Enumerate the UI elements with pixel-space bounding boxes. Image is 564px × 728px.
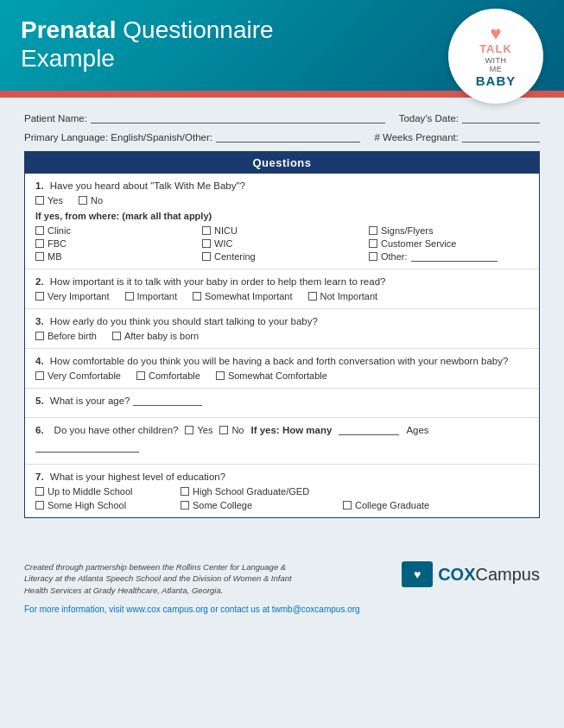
q3-text: 3. How early do you think you should sta… xyxy=(35,316,529,326)
q4-comfortable[interactable]: Comfortable xyxy=(136,370,200,381)
q1-signs-label: Signs/Flyers xyxy=(381,225,434,236)
q6-label: Do you have other children? xyxy=(54,425,179,435)
q7-some-hs[interactable]: Some High School xyxy=(35,500,174,510)
logo-baby: BABY xyxy=(476,73,516,88)
q1-fbc-box[interactable] xyxy=(35,239,44,248)
q6-howmany-line xyxy=(339,425,399,435)
header-title-regular: Questionnaire xyxy=(117,16,274,43)
q1-clinic-label: Clinic xyxy=(48,225,71,236)
q2-not-important[interactable]: Not Important xyxy=(308,291,378,301)
q1-other-box[interactable] xyxy=(369,252,377,261)
q1-mb-label: MB xyxy=(48,251,62,262)
q2-si-box[interactable] xyxy=(193,292,201,301)
q4-c-box[interactable] xyxy=(136,371,145,380)
q1-wic[interactable]: WIC xyxy=(202,238,362,249)
q1-sub-label: If yes, from where: xyxy=(35,211,119,221)
q2-ni-label: Not Important xyxy=(320,291,378,301)
q1-sub-note: (mark all that apply) xyxy=(122,211,212,221)
q7-label: What is your highest level of education? xyxy=(50,472,225,482)
q2-important[interactable]: Important xyxy=(125,291,177,301)
q1-fbc[interactable]: FBC xyxy=(35,238,195,249)
name-row: Patient Name: Today's Date: xyxy=(24,111,540,123)
q1-clinic[interactable]: Clinic xyxy=(35,225,195,236)
q4-sc-box[interactable] xyxy=(216,371,225,380)
q2-i-box[interactable] xyxy=(125,292,134,301)
name-label: Patient Name: xyxy=(24,113,87,123)
q1-centering[interactable]: Centering xyxy=(202,251,362,262)
q1-mb-box[interactable] xyxy=(35,252,44,261)
q1-no[interactable]: No xyxy=(79,195,103,206)
q1-nicu[interactable]: NICU xyxy=(202,225,362,236)
q1-signs-box[interactable] xyxy=(369,226,377,235)
q1-other[interactable]: Other: xyxy=(369,251,529,262)
q1-customer-service[interactable]: Customer Service xyxy=(369,238,529,249)
q4-somewhat-comfortable[interactable]: Somewhat Comfortable xyxy=(216,370,327,381)
q5-label: What is your age? xyxy=(50,396,130,406)
q3-number: 3. xyxy=(35,316,44,326)
question-3: 3. How early do you think you should sta… xyxy=(25,309,539,349)
q7-text: 7. What is your highest level of educati… xyxy=(35,472,529,482)
q2-ni-box[interactable] xyxy=(308,292,317,301)
weeks-label: # Weeks Pregnant: xyxy=(374,132,459,142)
q1-clinic-box[interactable] xyxy=(35,226,44,235)
q1-yes-box[interactable] xyxy=(35,196,44,205)
q1-nicu-box[interactable] xyxy=(202,226,211,235)
q2-vi-label: Very Important xyxy=(48,291,110,301)
q4-c-label: Comfortable xyxy=(149,370,200,381)
footer-link-container: For more information, visit www.cox camp… xyxy=(24,603,540,615)
q1-sub: If yes, from where: (mark all that apply… xyxy=(35,211,529,221)
q7-sc-box[interactable] xyxy=(181,501,189,510)
q7-some-college[interactable]: Some College xyxy=(181,500,336,510)
q1-wic-box[interactable] xyxy=(202,239,211,248)
question-7: 7. What is your highest level of educati… xyxy=(25,465,539,517)
q1-centering-box[interactable] xyxy=(202,252,211,261)
q2-text: 2. How important is it to talk with your… xyxy=(35,276,529,287)
q2-vi-box[interactable] xyxy=(35,292,44,301)
q2-somewhat-important[interactable]: Somewhat Important xyxy=(193,291,293,301)
q7-hsg-box[interactable] xyxy=(181,487,189,496)
q2-very-important[interactable]: Very Important xyxy=(35,291,110,301)
q4-very-comfortable[interactable]: Very Comfortable xyxy=(35,370,121,381)
question-1: 1. Have you heard about "Talk With Me Ba… xyxy=(25,174,539,269)
cox-logo: ♥ COXCampus xyxy=(402,561,540,587)
q4-text: 4. How comfortable do you think you will… xyxy=(35,356,529,366)
cox-text: COX xyxy=(438,565,475,584)
q1-yes[interactable]: Yes xyxy=(35,195,63,206)
q7-middle[interactable]: Up to Middle School xyxy=(35,486,174,497)
q7-middle-label: Up to Middle School xyxy=(48,486,132,497)
q6-yes-box[interactable] xyxy=(185,426,193,434)
q7-shs-box[interactable] xyxy=(35,501,44,510)
q1-mb[interactable]: MB xyxy=(35,251,195,262)
q1-no-label: No xyxy=(91,195,103,206)
date-label: Today's Date: xyxy=(399,113,459,123)
q3-after-baby[interactable]: After baby is born xyxy=(112,331,199,341)
q4-options: Very Comfortable Comfortable Somewhat Co… xyxy=(35,370,529,381)
q3-ab-box[interactable] xyxy=(112,332,121,340)
q3-bb-label: Before birth xyxy=(48,331,97,341)
campus-text: Campus xyxy=(476,565,540,584)
q7-cg-box[interactable] xyxy=(343,501,352,510)
q1-signs[interactable]: Signs/Flyers xyxy=(369,225,529,236)
q3-before-birth[interactable]: Before birth xyxy=(35,331,97,341)
q5-age-line xyxy=(133,396,202,406)
language-label: Primary Language: English/Spanish/Other: xyxy=(24,132,212,142)
q7-hs-grad[interactable]: High School Graduate/GED xyxy=(181,486,336,497)
q1-nicu-label: NICU xyxy=(214,225,238,236)
logo-me: ME xyxy=(490,65,503,73)
date-line xyxy=(462,111,540,123)
q6-no-box[interactable] xyxy=(219,426,228,434)
footer: Created through partnership between the … xyxy=(0,544,564,624)
q1-cs-box[interactable] xyxy=(369,239,377,248)
q1-no-box[interactable] xyxy=(79,196,87,205)
q7-shs-label: Some High School xyxy=(48,500,126,510)
q7-middle-box[interactable] xyxy=(35,487,44,496)
q6-yes[interactable]: Yes xyxy=(185,425,212,435)
question-4: 4. How comfortable do you think you will… xyxy=(25,349,539,389)
q6-no[interactable]: No xyxy=(219,425,244,435)
q3-bb-box[interactable] xyxy=(35,332,44,340)
q6-yes-label: Yes xyxy=(197,425,212,435)
footer-link[interactable]: For more information, visit www.cox camp… xyxy=(24,605,360,614)
footer-attribution: Created through partnership between the … xyxy=(24,561,301,596)
q4-vc-box[interactable] xyxy=(35,371,44,380)
q7-college-grad[interactable]: College Graduate xyxy=(343,500,464,510)
